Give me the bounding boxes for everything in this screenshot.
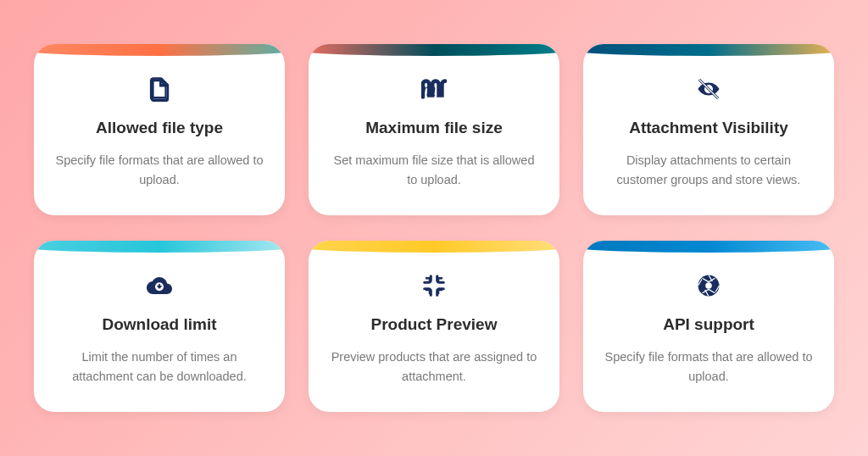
feature-title: Maximum file size [329, 119, 539, 137]
m-logo-icon: m [329, 75, 539, 103]
svg-text:m: m [421, 78, 437, 99]
file-icon [54, 75, 264, 103]
feature-title: Download limit [54, 315, 264, 334]
feature-desc: Specify file formats that are allowed to… [604, 348, 814, 386]
feature-desc: Set maximum file size that is allowed to… [329, 151, 539, 190]
feature-card: Product Preview Preview products that ar… [309, 241, 559, 412]
eye-off-icon [604, 75, 814, 103]
feature-desc: Limit the number of times an attachment … [54, 348, 264, 386]
feature-title: Attachment Visibility [604, 119, 814, 137]
feature-desc: Display attachments to certain customer … [604, 151, 814, 190]
feature-title: API support [604, 315, 814, 334]
svg-point-5 [705, 282, 712, 289]
feature-card: Allowed file type Specify file formats t… [34, 44, 285, 215]
feature-title: Product Preview [329, 315, 539, 334]
minimize-icon [329, 271, 539, 300]
feature-desc: Specify file formats that are allowed to… [54, 151, 264, 190]
feature-desc: Preview products that are assigned to at… [329, 348, 539, 386]
aperture-icon [604, 271, 814, 300]
feature-grid: Allowed file type Specify file formats t… [34, 44, 834, 413]
cloud-download-icon [54, 271, 264, 300]
feature-card: Attachment Visibility Display attachment… [583, 44, 834, 215]
feature-card: API support Specify file formats that ar… [583, 241, 834, 412]
feature-title: Allowed file type [54, 119, 264, 137]
feature-card: m Maximum file size Set maximum file siz… [309, 44, 559, 215]
feature-card: Download limit Limit the number of times… [34, 241, 285, 412]
